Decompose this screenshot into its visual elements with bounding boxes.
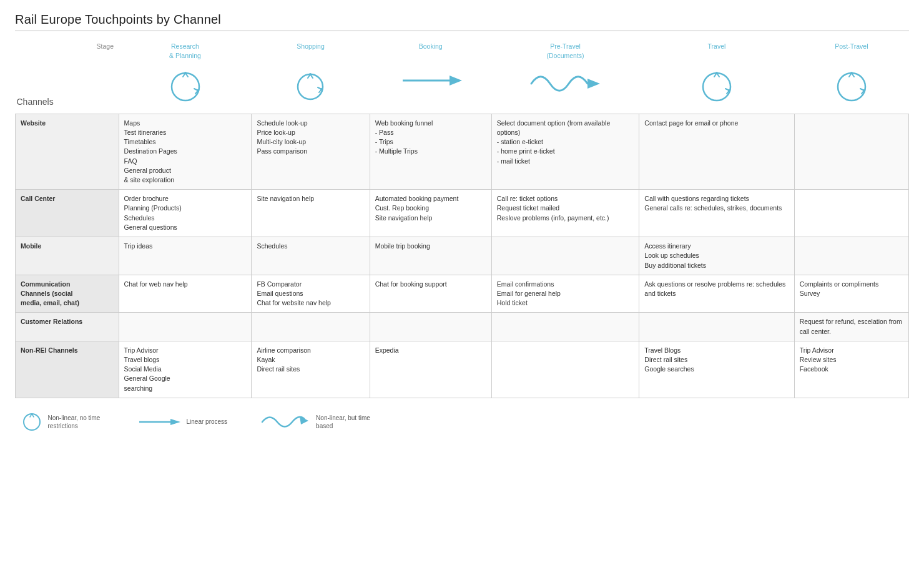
- stage-booking: Booking: [370, 37, 491, 63]
- svg-point-9: [703, 73, 730, 100]
- custrel-research: [119, 313, 252, 341]
- mobile-travel: Access itinerary Look up schedules Buy a…: [639, 237, 794, 275]
- custrel-posttravel: Request for refund, escelation from call…: [794, 313, 908, 341]
- channel-custrel: Customer Relations: [16, 313, 119, 341]
- channel-website: Website: [16, 114, 119, 190]
- svg-point-11: [728, 89, 730, 92]
- page-title: Rail Europe Touchpoints by Channel: [15, 12, 909, 27]
- stage-label: Stage: [16, 37, 119, 63]
- svg-point-0: [172, 73, 199, 100]
- channel-nonrei: Non-REI Channels: [16, 341, 119, 398]
- touchpoints-table: Stage Research & Planning Shopping Booki…: [15, 37, 909, 438]
- icon-shopping: [252, 63, 370, 114]
- svg-point-2: [197, 89, 199, 92]
- title-divider: [15, 31, 909, 31]
- mobile-research: Trip ideas: [119, 237, 252, 275]
- legend-circle: Non-linear, no time restrictions: [21, 411, 104, 433]
- svg-point-14: [863, 89, 865, 92]
- legend-arrow: Linear process: [138, 416, 228, 428]
- svg-marker-17: [170, 419, 180, 425]
- custrel-pretravel: [491, 313, 639, 341]
- legend-wave-text: Non-linear, but time based: [316, 414, 372, 430]
- svg-marker-7: [450, 76, 462, 86]
- callcenter-shopping: Site navigation help: [252, 190, 370, 237]
- table-row: Communication Channels (social media, em…: [16, 275, 909, 313]
- nonrei-research: Trip Advisor Travel blogs Social Media G…: [119, 341, 252, 398]
- stage-pretravel: Pre-Travel (Documents): [491, 37, 639, 63]
- icon-research: [119, 63, 252, 114]
- website-pretravel: Select document option (from available o…: [491, 114, 639, 190]
- nonrei-pretravel: [491, 341, 639, 398]
- nonrei-shopping: Airline comparison Kayak Direct rail sit…: [252, 341, 370, 398]
- nonrei-posttravel: Trip Advisor Review sites Facebook: [794, 341, 908, 398]
- channel-mobile: Mobile: [16, 237, 119, 275]
- comm-pretravel: Email confirmations Email for general he…: [491, 275, 639, 313]
- mobile-pretravel: [491, 237, 639, 275]
- legend-circle-text: Non-linear, no time restrictions: [48, 414, 104, 430]
- legend-row: Non-linear, no time restrictions Linear …: [16, 398, 909, 438]
- legend-arrow-text: Linear process: [187, 418, 228, 426]
- callcenter-travel: Call with questions regarding tickets Ge…: [639, 190, 794, 237]
- stage-header-row: Stage Research & Planning Shopping Booki…: [16, 37, 909, 63]
- comm-shopping: FB Comparator Email questions Chat for w…: [252, 275, 370, 313]
- table-row: Customer Relations Request for refund, e…: [16, 313, 909, 341]
- channels-label: Channels: [16, 63, 119, 114]
- svg-point-15: [24, 414, 40, 430]
- svg-point-13: [850, 72, 853, 74]
- legend-wave: Non-linear, but time based: [261, 413, 372, 431]
- comm-posttravel: Complaints or compliments Survey: [794, 275, 908, 313]
- svg-point-10: [715, 72, 718, 74]
- icon-pretravel: [491, 63, 639, 114]
- mobile-booking: Mobile trip booking: [370, 237, 491, 275]
- svg-point-4: [309, 73, 312, 76]
- custrel-booking: [370, 313, 491, 341]
- callcenter-posttravel: [794, 190, 908, 237]
- website-shopping: Schedule look-up Price look-up Multi-cit…: [252, 114, 370, 190]
- icon-travel: [639, 63, 794, 114]
- svg-point-12: [838, 73, 865, 100]
- stage-shopping: Shopping: [252, 37, 370, 63]
- svg-point-3: [298, 74, 323, 99]
- svg-marker-8: [587, 79, 600, 89]
- website-posttravel: [794, 114, 908, 190]
- svg-point-1: [184, 72, 187, 74]
- icon-booking: [370, 63, 491, 114]
- comm-travel: Ask questions or resolve problems re: sc…: [639, 275, 794, 313]
- nonrei-booking: Expedia: [370, 341, 491, 398]
- custrel-shopping: [252, 313, 370, 341]
- icon-posttravel: [794, 63, 908, 114]
- channel-callcenter: Call Center: [16, 190, 119, 237]
- comm-research: Chat for web nav help: [119, 275, 252, 313]
- comm-booking: Chat for booking support: [370, 275, 491, 313]
- legend-area: Non-linear, no time restrictions Linear …: [16, 398, 909, 438]
- nonrei-travel: Travel Blogs Direct rail sites Google se…: [639, 341, 794, 398]
- website-travel: Contact page for email or phone: [639, 114, 794, 190]
- website-research: Maps Test itineraries Timetables Destina…: [119, 114, 252, 190]
- stage-posttravel: Post-Travel: [794, 37, 908, 63]
- table-row: Call Center Order brochure Planning (Pro…: [16, 190, 909, 237]
- table-row: Non-REI Channels Trip Advisor Travel blo…: [16, 341, 909, 398]
- mobile-posttravel: [794, 237, 908, 275]
- table-row: Mobile Trip ideas Schedules Mobile trip …: [16, 237, 909, 275]
- channel-comm: Communication Channels (social media, em…: [16, 275, 119, 313]
- icon-row: Channels: [16, 63, 909, 114]
- website-booking: Web booking funnel - Pass - Trips - Mult…: [370, 114, 491, 190]
- stage-travel: Travel: [639, 37, 794, 63]
- mobile-shopping: Schedules: [252, 237, 370, 275]
- svg-point-5: [320, 88, 323, 91]
- table-row: Website Maps Test itineraries Timetables…: [16, 114, 909, 190]
- callcenter-booking: Automated booking payment Cust. Rep book…: [370, 190, 491, 237]
- custrel-travel: [639, 313, 794, 341]
- callcenter-pretravel: Call re: ticket options Request ticket m…: [491, 190, 639, 237]
- callcenter-research: Order brochure Planning (Products) Sched…: [119, 190, 252, 237]
- stage-research: Research & Planning: [119, 37, 252, 63]
